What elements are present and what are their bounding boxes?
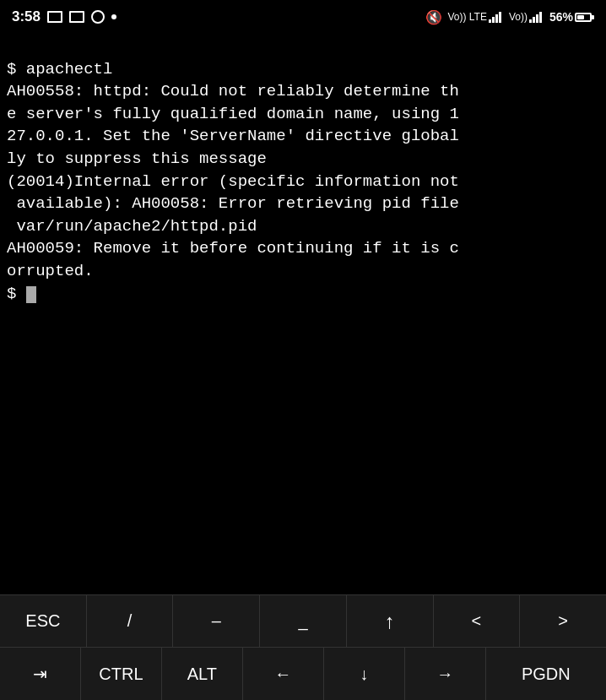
key-dash[interactable]: –	[173, 595, 260, 647]
key-arrow-right[interactable]: →	[405, 648, 486, 700]
screenshot-icon	[47, 11, 62, 23]
notification-icon	[91, 10, 105, 24]
svg-rect-0	[489, 19, 491, 23]
terminal-area: $ apachectl AH00558: httpd: Could not re…	[0, 32, 606, 594]
key-alt[interactable]: ALT	[162, 648, 243, 700]
dot-icon	[111, 14, 116, 19]
svg-rect-3	[499, 12, 501, 23]
key-arrow-down[interactable]: ↓	[324, 648, 405, 700]
battery-percent: 56%	[549, 10, 573, 24]
cursor	[26, 286, 36, 303]
key-tab[interactable]: ⇥	[0, 648, 81, 700]
key-arrow-left[interactable]: ←	[243, 648, 324, 700]
battery-icon	[575, 13, 594, 22]
key-arrow-up[interactable]: ↑	[347, 595, 434, 647]
status-bar: 3:58 🔇 Vo)) LTE Vo))	[0, 0, 606, 32]
keyboard-toolbar: ESC / – _ ↑ < > ⇥ CTRL ALT ←	[0, 594, 606, 700]
lte2-label: Vo))	[509, 11, 528, 23]
key-ctrl[interactable]: CTRL	[81, 648, 162, 700]
clock: 3:58	[12, 8, 41, 25]
key-esc[interactable]: ESC	[0, 595, 87, 647]
status-right: 🔇 Vo)) LTE Vo)) 56%	[425, 9, 594, 25]
key-slash[interactable]: /	[87, 595, 174, 647]
terminal-line-1: $ apachectl AH00558: httpd: Could not re…	[7, 60, 459, 303]
svg-rect-5	[533, 17, 535, 23]
key-less-than[interactable]: <	[434, 595, 521, 647]
window-icon	[69, 11, 84, 23]
svg-rect-7	[539, 12, 542, 23]
lte1-bars-icon	[489, 11, 504, 23]
toolbar-row-2: ⇥ CTRL ALT ← ↓ → PGDN	[0, 648, 606, 700]
lte1-label: Vo)) LTE	[447, 11, 486, 23]
lte2-bars-icon	[529, 11, 544, 23]
svg-rect-2	[495, 14, 498, 23]
lte2-signal: Vo))	[509, 11, 544, 23]
status-left: 3:58	[12, 8, 116, 25]
svg-rect-6	[536, 14, 538, 23]
toolbar-row-1: ESC / – _ ↑ < >	[0, 595, 606, 648]
battery: 56%	[549, 10, 594, 24]
key-greater-than[interactable]: >	[520, 595, 606, 647]
key-underscore[interactable]: _	[260, 595, 347, 647]
key-pgdn[interactable]: PGDN	[486, 648, 606, 700]
mute-icon: 🔇	[425, 9, 442, 25]
svg-rect-1	[492, 17, 495, 23]
lte1-signal: Vo)) LTE	[447, 11, 503, 23]
terminal-output: $ apachectl AH00558: httpd: Could not re…	[7, 35, 599, 328]
svg-rect-4	[529, 19, 532, 23]
